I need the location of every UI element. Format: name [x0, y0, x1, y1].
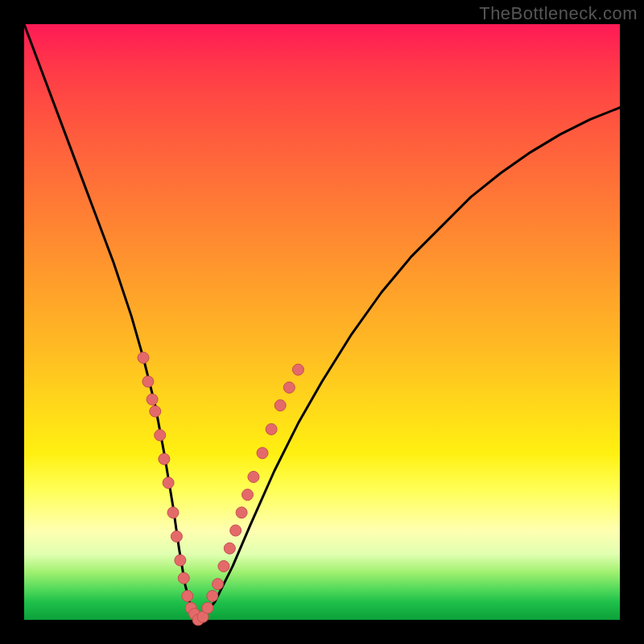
curve-marker: [159, 453, 170, 464]
curve-marker: [292, 364, 303, 375]
curve-marker: [178, 572, 189, 584]
curve-marker: [202, 602, 213, 613]
curve-marker: [230, 525, 242, 536]
curve-marker: [182, 590, 193, 601]
curve-marker: [155, 430, 166, 441]
curve-marker: [171, 530, 182, 542]
curve-marker: [147, 394, 158, 405]
curve-marker: [275, 400, 286, 411]
curve-marker: [283, 382, 295, 393]
watermark-text: TheBottleneck.com: [479, 3, 638, 24]
curve-markers: [138, 352, 303, 625]
curve-marker: [242, 489, 254, 501]
curve-marker: [167, 507, 179, 518]
curve-marker: [138, 352, 149, 363]
curve-marker: [213, 579, 224, 590]
curve-marker: [175, 555, 186, 566]
curve-marker: [257, 448, 268, 459]
curve-marker: [142, 376, 154, 387]
curve-marker: [224, 543, 235, 554]
curve-marker: [248, 471, 259, 482]
curve-layer: [24, 24, 620, 620]
curve-marker: [266, 423, 277, 435]
bottleneck-curve: [24, 24, 620, 620]
curve-marker: [150, 406, 161, 417]
plot-area: [24, 24, 620, 620]
curve-marker: [207, 590, 218, 601]
curve-marker: [218, 560, 229, 572]
curve-marker: [163, 477, 174, 489]
chart-frame: TheBottleneck.com: [0, 0, 644, 644]
curve-marker: [236, 507, 247, 518]
bottleneck-curve-path: [24, 24, 620, 620]
